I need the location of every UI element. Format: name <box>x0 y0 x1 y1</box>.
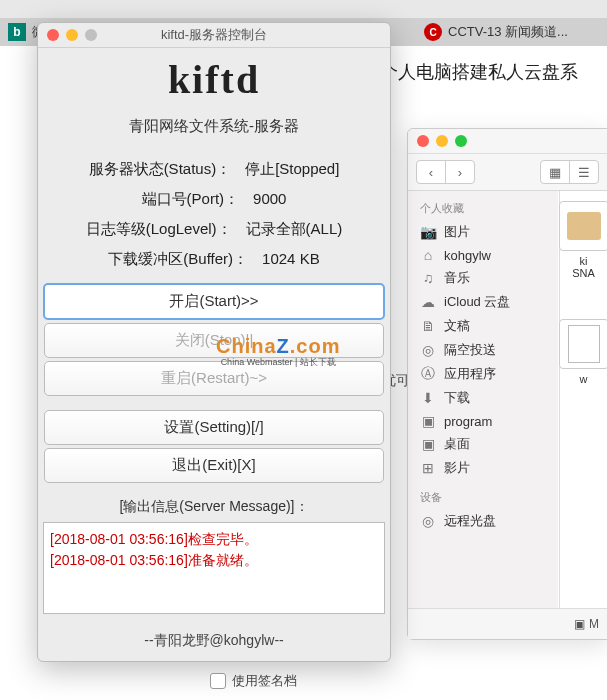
kiftd-titlebar: kiftd-服务器控制台 <box>38 23 390 48</box>
sidebar-item-label: 影片 <box>444 459 470 477</box>
buffer-label: 下载缓冲区(Buffer)： <box>108 244 248 274</box>
button-area: 开启(Start)>> 关闭(Stop)|| 重启(Restart)~> 设置(… <box>38 274 390 492</box>
cctv-icon: C <box>424 23 442 41</box>
message-box[interactable]: [2018-08-01 03:56:16]检查完毕。 [2018-08-01 0… <box>43 522 385 614</box>
kiftd-window: kiftd-服务器控制台 kiftd 青阳网络文件系统-服务器 服务器状态(St… <box>37 22 391 662</box>
sidebar-item-label: 音乐 <box>444 269 470 287</box>
finder-statusbar: ▣ M <box>408 608 607 639</box>
setting-button[interactable]: 设置(Setting)[/] <box>44 410 384 445</box>
sidebar-icon: ◎ <box>420 342 436 358</box>
view-buttons[interactable]: ▦ ☰ <box>540 160 599 184</box>
drive-label: M <box>589 617 599 631</box>
sidebar-item-label: 隔空投送 <box>444 341 496 359</box>
log-line: [2018-08-01 03:56:16]准备就绪。 <box>50 550 378 571</box>
sidebar-icon: 📷 <box>420 224 436 240</box>
page-heading: 个人电脑搭建私人云盘系 <box>380 60 578 84</box>
sidebar-icon: ♫ <box>420 270 436 286</box>
sidebar-item-label: program <box>444 414 492 429</box>
file-ext: SNA <box>572 267 595 279</box>
sidebar-icon: ⌂ <box>420 247 436 263</box>
start-button[interactable]: 开启(Start)>> <box>43 283 385 320</box>
txt-icon <box>559 319 608 369</box>
buffer-value: 1024 KB <box>262 244 320 274</box>
finder-titlebar <box>408 129 607 154</box>
sidebar-item-8[interactable]: ▣program <box>408 410 558 432</box>
tab-label-2: CCTV-13 新闻频道... <box>448 23 568 41</box>
finder-content: ki SNA w <box>559 191 607 609</box>
sidebar-item-10[interactable]: ⊞影片 <box>408 456 558 480</box>
status-value: 停止[Stopped] <box>245 154 339 184</box>
sidebar-item-6[interactable]: Ⓐ应用程序 <box>408 362 558 386</box>
finder-window: ‹ › ▦ ☰ 个人收藏 📷图片⌂kohgylw♫音乐☁iCloud 云盘🗎文稿… <box>407 128 607 640</box>
port-value: 9000 <box>253 184 286 214</box>
sidebar-icon: ⬇ <box>420 390 436 406</box>
sidebar-icon: ▣ <box>420 436 436 452</box>
nav-buttons: ‹ › <box>416 160 475 184</box>
port-label: 端口号(Port)： <box>142 184 240 214</box>
disc-icon: ◎ <box>420 513 436 529</box>
app-subtitle: 青阳网络文件系统-服务器 <box>38 117 390 136</box>
sidebar-icon: ☁ <box>420 294 436 310</box>
file-name: ki <box>580 255 588 267</box>
signature-checkbox-row[interactable]: 使用签名档 <box>210 672 297 690</box>
sidebar-item-label: 远程光盘 <box>444 512 496 530</box>
drive-icon: ▣ <box>574 617 585 631</box>
log-value: 记录全部(ALL) <box>246 214 343 244</box>
app-logo: kiftd <box>38 56 390 103</box>
icon-view-button[interactable]: ▦ <box>541 161 569 183</box>
sidebar-item-9[interactable]: ▣桌面 <box>408 432 558 456</box>
exit-button[interactable]: 退出(Exit)[X] <box>44 448 384 483</box>
sidebar-item-label: kohgylw <box>444 248 491 263</box>
maximize-icon[interactable] <box>455 135 467 147</box>
file-item-jar[interactable]: ki SNA <box>559 201 608 279</box>
status-block: 服务器状态(Status)：停止[Stopped] 端口号(Port)：9000… <box>38 154 390 274</box>
sidebar-item-remote-disc[interactable]: ◎ 远程光盘 <box>408 509 558 533</box>
checkbox-icon[interactable] <box>210 673 226 689</box>
sidebar-item-4[interactable]: 🗎文稿 <box>408 314 558 338</box>
sidebar-icon: 🗎 <box>420 318 436 334</box>
checkbox-label: 使用签名档 <box>232 672 297 690</box>
browser-tab-cctv[interactable]: C CCTV-13 新闻频道... <box>424 18 568 46</box>
sidebar-item-2[interactable]: ♫音乐 <box>408 266 558 290</box>
sidebar-item-3[interactable]: ☁iCloud 云盘 <box>408 290 558 314</box>
list-view-button[interactable]: ☰ <box>569 161 598 183</box>
bing-icon: b <box>8 23 26 41</box>
log-line: [2018-08-01 03:56:16]检查完毕。 <box>50 529 378 550</box>
sidebar-icon: Ⓐ <box>420 366 436 382</box>
sidebar-item-label: 文稿 <box>444 317 470 335</box>
file-name: w <box>580 373 588 385</box>
window-title: kiftd-服务器控制台 <box>38 26 390 44</box>
close-icon[interactable] <box>417 135 429 147</box>
sidebar-item-7[interactable]: ⬇下载 <box>408 386 558 410</box>
forward-button[interactable]: › <box>445 161 474 183</box>
status-label: 服务器状态(Status)： <box>89 154 232 184</box>
sidebar-item-label: 桌面 <box>444 435 470 453</box>
sidebar-item-0[interactable]: 📷图片 <box>408 220 558 244</box>
sidebar-item-label: 应用程序 <box>444 365 496 383</box>
sidebar-header-fav: 个人收藏 <box>408 197 558 220</box>
minimize-icon[interactable] <box>436 135 448 147</box>
log-label: 日志等级(LogLevel)： <box>86 214 232 244</box>
sidebar-item-label: 下载 <box>444 389 470 407</box>
sidebar-icon: ▣ <box>420 413 436 429</box>
jar-icon <box>559 201 608 251</box>
sidebar-header-dev: 设备 <box>408 486 558 509</box>
sidebar-item-1[interactable]: ⌂kohgylw <box>408 244 558 266</box>
sidebar-item-label: iCloud 云盘 <box>444 293 510 311</box>
back-button[interactable]: ‹ <box>417 161 445 183</box>
stop-button: 关闭(Stop)|| <box>44 323 384 358</box>
sidebar-item-label: 图片 <box>444 223 470 241</box>
finder-toolbar: ‹ › ▦ ☰ <box>408 154 607 191</box>
message-label: [输出信息(Server Message)]： <box>38 498 390 516</box>
sidebar-icon: ⊞ <box>420 460 436 476</box>
app-footer: --青阳龙野@kohgylw-- <box>38 632 390 650</box>
finder-traffic-lights[interactable] <box>417 135 467 147</box>
finder-sidebar: 个人收藏 📷图片⌂kohgylw♫音乐☁iCloud 云盘🗎文稿◎隔空投送Ⓐ应用… <box>408 191 558 639</box>
file-item-txt[interactable]: w <box>559 319 608 385</box>
restart-button: 重启(Restart)~> <box>44 361 384 396</box>
sidebar-item-5[interactable]: ◎隔空投送 <box>408 338 558 362</box>
